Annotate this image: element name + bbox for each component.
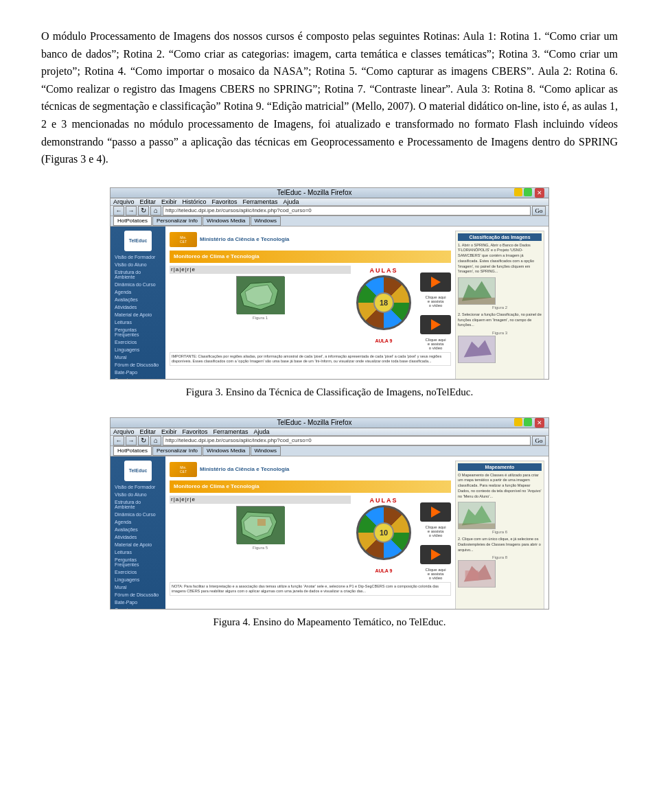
sidebar-exercicios-4[interactable]: Exercícios <box>113 569 163 575</box>
menu-favoritos-4[interactable]: Favoritos <box>183 428 208 435</box>
sidebar-estrutura-4[interactable]: Estrutura do Ambiente <box>113 499 163 510</box>
menu-ajuda-4[interactable]: Ajuda <box>254 428 270 435</box>
tab-hotpotatoes-3[interactable]: HotPotatoes <box>113 216 152 226</box>
sidebar-leituras-3[interactable]: Leituras <box>113 319 163 325</box>
sidebar-visao-formador-3[interactable]: Visão de Formador <box>113 254 163 260</box>
sidebar-mural-4[interactable]: Mural <box>113 584 163 590</box>
right-panel-title-4: Mapeamento <box>458 463 542 471</box>
back-btn-4[interactable]: ← <box>113 436 124 445</box>
sidebar-agenda-4[interactable]: Agenda <box>113 519 163 525</box>
wheel-circle-4: 10 <box>356 505 411 560</box>
right-fig-label-1-4: Figura 6 <box>458 530 542 534</box>
sidebar-exercicios-3[interactable]: Exercícios <box>113 339 163 345</box>
sidebar-agenda-3[interactable]: Agenda <box>113 289 163 295</box>
go-btn-3[interactable]: Go <box>532 206 546 216</box>
click-label-1-3: Clique aquie assistao vídeo <box>420 295 451 308</box>
svg-rect-7 <box>459 524 495 529</box>
browser-sidebar-3: TelEduc Visão de Formador Visão do Aluno… <box>111 227 165 380</box>
sidebar-dinamica-4[interactable]: Dinâmica do Curso <box>113 511 163 518</box>
sidebar-bate-3[interactable]: Bate-Papo <box>113 369 163 375</box>
close-icon-4[interactable]: ✕ <box>535 418 544 428</box>
tab-personalizar-4[interactable]: Personalizar Info <box>152 446 202 456</box>
browser-content-4: TelEduc Visão de Formador Visão do Aluno… <box>111 456 548 610</box>
right-fig-row-2-3: Figura 3 <box>458 331 542 363</box>
sidebar-visao-formador-4[interactable]: Visão de Formador <box>113 484 163 490</box>
content-right-3: Classificação das Imagens 1. Abrir o SPR… <box>455 231 544 380</box>
sidebar-visao-aluno-4[interactable]: Visão do Aluno <box>113 491 163 498</box>
sidebar-perguntas-4[interactable]: Perguntas Frequentes <box>113 557 163 568</box>
menu-favoritos-3[interactable]: Favoritos <box>212 198 238 205</box>
reload-btn-4[interactable]: ↻ <box>138 436 149 445</box>
sidebar-visao-aluno-3[interactable]: Visão do Aluno <box>113 262 163 268</box>
aulas-wheel-3: AULAS 18 AULA 9 <box>356 275 415 334</box>
menu-exibir-3[interactable]: Exibir <box>161 198 177 205</box>
video-btn-1-3[interactable] <box>420 272 451 292</box>
svg-rect-2 <box>459 298 495 305</box>
menu-historico-3[interactable]: Histórico <box>183 198 207 205</box>
tab-windows-media-3[interactable]: Windows Media <box>203 216 249 226</box>
close-icon[interactable]: ✕ <box>535 188 544 198</box>
tabs-bar-3: HotPotatoes Personalizar Info Windows Me… <box>111 216 548 227</box>
browser-title-4: TelEduc - Mozilla Firefox <box>115 419 514 426</box>
sidebar-correio-3[interactable]: Correio <box>113 377 163 380</box>
sidebar-correio-4[interactable]: Correio <box>113 607 163 610</box>
wheel-center-number-4: 10 <box>373 522 394 543</box>
play-icon-1-4 <box>431 507 441 518</box>
center-section-3: r|a|e|r|e Figu <box>170 266 451 350</box>
tab-windows-3[interactable]: Windows <box>251 216 281 226</box>
figure-4-caption: Figura 4. Ensino do Mapeamento Temático,… <box>213 616 446 628</box>
home-btn-4[interactable]: ⌂ <box>150 436 161 445</box>
menu-arquivo-3[interactable]: Arquivo <box>113 198 135 205</box>
video-btn-1-4[interactable] <box>420 502 451 522</box>
menu-arquivo-4[interactable]: Arquivo <box>113 428 135 435</box>
home-btn-3[interactable]: ⌂ <box>150 206 161 216</box>
sidebar-forum-4[interactable]: Fórum de Discussão <box>113 592 163 598</box>
right-panel-text-2-4: 2. Clique com um único clique, e já sele… <box>458 537 542 553</box>
sidebar-forum-3[interactable]: Fórum de Discussão <box>113 362 163 368</box>
sidebar-atividades-4[interactable]: Atividades <box>113 534 163 540</box>
center-section-4: r|a|e|r|e <box>170 496 451 580</box>
menu-exibir-4[interactable]: Exibir <box>161 428 177 435</box>
browser-main-content-4: Min.C&T Ministério da Ciência e Tecnolog… <box>165 456 548 610</box>
forward-btn-3[interactable]: → <box>126 206 137 216</box>
sidebar-avaliacoes-3[interactable]: Avaliações <box>113 297 163 303</box>
forward-btn-4[interactable]: → <box>126 436 137 445</box>
sidebar-leituras-4[interactable]: Leituras <box>113 549 163 555</box>
sidebar-linguagens-4[interactable]: Linguagens <box>113 577 163 583</box>
sidebar-dinamica-3[interactable]: Dinâmica do Curso <box>113 281 163 288</box>
play-icon-1-3 <box>431 277 441 288</box>
menu-ferramentas-4[interactable]: Ferramentas <box>213 428 248 435</box>
menu-bar-3: Arquivo Editar Exibir Histórico Favorito… <box>111 198 548 206</box>
sidebar-perguntas-3[interactable]: Perguntas Frequentes <box>113 327 163 338</box>
tab-hotpotatoes-4[interactable]: HotPotatoes <box>113 446 152 456</box>
wheel-circle-3: 18 <box>356 275 411 330</box>
sidebar-mural-3[interactable]: Mural <box>113 354 163 360</box>
fig-label-4: Figura 5 <box>170 546 351 550</box>
content-right-4: Mapeamento O Mapeamento de Classes é uti… <box>455 461 544 610</box>
browser-sidebar-4: TelEduc Visão de Formador Visão do Aluno… <box>111 456 165 610</box>
address-bar-3[interactable]: http://teleduc.dpi.ipe.br/cursos/aplic/i… <box>163 206 531 216</box>
go-btn-4[interactable]: Go <box>532 436 546 445</box>
tab-personalizar-3[interactable]: Personalizar Info <box>152 216 202 226</box>
sidebar-bate-4[interactable]: Bate-Papo <box>113 599 163 605</box>
sidebar-atividades-3[interactable]: Atividades <box>113 304 163 310</box>
address-bar-4[interactable]: http://teleduc.dpi.ipe.br/cursos/aplic/i… <box>163 436 531 445</box>
video-btn-2-3[interactable] <box>420 315 451 334</box>
video-btn-2-4[interactable] <box>420 545 451 564</box>
sidebar-linguagens-3[interactable]: Linguagens <box>113 347 163 353</box>
reload-btn-3[interactable]: ↻ <box>138 206 149 216</box>
menu-ferramentas-3[interactable]: Ferramentas <box>243 198 278 205</box>
sidebar-material-4[interactable]: Material de Apoio <box>113 542 163 548</box>
map-section-3: r|a|e|r|e Figu <box>170 266 351 350</box>
tab-windows-media-4[interactable]: Windows Media <box>203 446 249 456</box>
menu-editar-4[interactable]: Editar <box>140 428 157 435</box>
svg-rect-5 <box>257 519 266 526</box>
menu-editar-3[interactable]: Editar <box>140 198 157 205</box>
bottom-text-3: IMPORTANTE: Classificações por regiões a… <box>170 352 451 366</box>
sidebar-avaliacoes-4[interactable]: Avaliações <box>113 526 163 533</box>
tab-windows-4[interactable]: Windows <box>251 446 281 456</box>
sidebar-material-3[interactable]: Material de Apoio <box>113 312 163 318</box>
back-btn-3[interactable]: ← <box>113 206 124 216</box>
sidebar-estrutura-3[interactable]: Estrutura do Ambiente <box>113 269 163 280</box>
menu-ajuda-3[interactable]: Ajuda <box>284 198 299 205</box>
